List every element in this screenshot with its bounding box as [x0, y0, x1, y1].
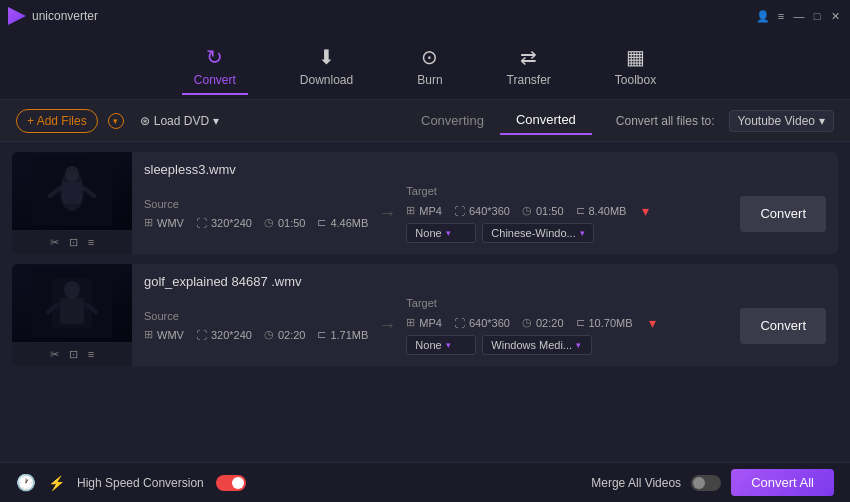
svg-rect-9	[60, 298, 84, 324]
target-size-2: ⊏ 10.70MB	[576, 316, 633, 329]
subtitle-dropdown-1[interactable]: None ▾	[406, 223, 476, 243]
file-thumb-1: ✂ ⊡ ≡	[12, 152, 132, 254]
convert-all-button[interactable]: Convert All	[731, 469, 834, 496]
clock-icon[interactable]: 🕐	[16, 473, 36, 492]
source-resolution-1: ⛶ 320*240	[196, 217, 252, 229]
size-icon-2: ⊏	[317, 328, 326, 341]
target-dropdown-arrow-2[interactable]: ▾	[649, 315, 656, 331]
minimize-button[interactable]: —	[792, 9, 806, 23]
convert-target-select[interactable]: Youtube Video ▾	[729, 110, 834, 132]
convert-target-arrow: ▾	[819, 114, 825, 128]
nav-download[interactable]: ⬇ Download	[288, 39, 365, 93]
convert-button-1[interactable]: Convert	[740, 196, 826, 232]
target-res-icon-1: ⛶	[454, 205, 465, 217]
target-meta-row-2: ⊞ MP4 ⛶ 640*360 ◷ 02:20 ⊏	[406, 315, 732, 331]
audio-arrow-1: ▾	[580, 228, 585, 238]
source-size-2: ⊏ 1.71MB	[317, 328, 368, 341]
app-logo	[8, 7, 26, 25]
format-icon-1: ⊞	[144, 216, 153, 229]
download-nav-icon: ⬇	[318, 45, 335, 69]
speed-label: High Speed Conversion	[77, 476, 204, 490]
add-files-dropdown[interactable]: ▾	[108, 113, 124, 129]
source-target-wrapper-1: Source ⊞ WMV ⛶ 320*240 ◷ 01:50	[144, 183, 826, 244]
convert-nav-label: Convert	[194, 73, 236, 87]
crop-icon-1[interactable]: ⊡	[69, 236, 78, 249]
maximize-button[interactable]: □	[810, 9, 824, 23]
nav-convert[interactable]: ↻ Convert	[182, 39, 248, 93]
thumb-controls-2: ✂ ⊡ ≡	[12, 342, 132, 366]
burn-nav-label: Burn	[417, 73, 442, 87]
target-format-icon-2: ⊞	[406, 316, 415, 329]
file-thumb-2: ✂ ⊡ ≡	[12, 264, 132, 366]
add-files-button[interactable]: + Add Files	[16, 109, 98, 133]
transfer-nav-icon: ⇄	[520, 45, 537, 69]
file-info-1: sleepless3.wmv Source ⊞ WMV ⛶ 320*240	[132, 152, 838, 254]
format-icon-2: ⊞	[144, 328, 153, 341]
effects-icon-2[interactable]: ≡	[88, 348, 94, 360]
nav-toolbox[interactable]: ▦ Toolbox	[603, 39, 668, 93]
user-icon-button[interactable]: 👤	[756, 9, 770, 23]
close-button[interactable]: ✕	[828, 9, 842, 23]
source-resolution-2: ⛶ 320*240	[196, 329, 252, 341]
convert-button-2[interactable]: Convert	[740, 308, 826, 344]
target-size-icon-2: ⊏	[576, 316, 585, 329]
duration-icon-2: ◷	[264, 328, 274, 341]
bottom-right: Merge All Videos Convert All	[591, 469, 834, 496]
crop-icon-2[interactable]: ⊡	[69, 348, 78, 361]
effects-icon-1[interactable]: ≡	[88, 236, 94, 248]
target-resolution-1: ⛶ 640*360	[454, 205, 510, 217]
load-dvd-button[interactable]: ⊛ Load DVD ▾	[132, 110, 227, 132]
menu-icon-button[interactable]: ≡	[774, 9, 788, 23]
nav-transfer[interactable]: ⇄ Transfer	[495, 39, 563, 93]
speed-toggle[interactable]	[216, 475, 246, 491]
source-target-wrapper-2: Source ⊞ WMV ⛶ 320*240 ◷ 02:20	[144, 295, 826, 356]
convert-target-value: Youtube Video	[738, 114, 815, 128]
toolbar: + Add Files ▾ ⊛ Load DVD ▾ Converting Co…	[0, 100, 850, 142]
audio-dropdown-2[interactable]: Windows Medi... ▾	[482, 335, 592, 355]
burn-nav-icon: ⊙	[421, 45, 438, 69]
cut-icon-2[interactable]: ✂	[50, 348, 59, 361]
title-bar-left: uniconverter	[8, 7, 98, 25]
size-icon-1: ⊏	[317, 216, 326, 229]
target-size-icon-1: ⊏	[576, 204, 585, 217]
target-duration-2: ◷ 02:20	[522, 316, 564, 329]
target-extra-1: None ▾ Chinese-Windo... ▾	[406, 223, 732, 243]
app-name: uniconverter	[32, 9, 98, 23]
target-block-2: Target ⊞ MP4 ⛶ 640*360 ◷ 02:20	[406, 297, 732, 355]
content-area: ✂ ⊡ ≡ sleepless3.wmv Source ⊞ WMV ⛶	[0, 142, 850, 462]
cut-icon-1[interactable]: ✂	[50, 236, 59, 249]
title-bar: uniconverter 👤 ≡ — □ ✕	[0, 0, 850, 32]
merge-label: Merge All Videos	[591, 476, 681, 490]
subtitle-arrow-1: ▾	[446, 228, 451, 238]
target-dur-icon-2: ◷	[522, 316, 532, 329]
thumb-controls-1: ✂ ⊡ ≡	[12, 230, 132, 254]
file-card-1: ✂ ⊡ ≡ sleepless3.wmv Source ⊞ WMV ⛶	[12, 152, 838, 254]
download-nav-label: Download	[300, 73, 353, 87]
toolbox-nav-icon: ▦	[626, 45, 645, 69]
load-dvd-arrow: ▾	[213, 114, 219, 128]
svg-rect-3	[62, 182, 82, 204]
audio-arrow-2: ▾	[576, 340, 581, 350]
title-bar-right: 👤 ≡ — □ ✕	[756, 9, 842, 23]
target-dropdown-arrow-1[interactable]: ▾	[642, 203, 649, 219]
target-block-1: Target ⊞ MP4 ⛶ 640*360 ◷ 01:50	[406, 185, 732, 243]
source-label-1: Source	[144, 198, 368, 210]
source-size-1: ⊏ 4.46MB	[317, 216, 368, 229]
tab-converted[interactable]: Converted	[500, 106, 592, 135]
tab-group: Converting Converted	[405, 106, 592, 135]
audio-dropdown-1[interactable]: Chinese-Windo... ▾	[482, 223, 593, 243]
convert-all-label: Convert all files to:	[616, 114, 715, 128]
speed-icon: ⚡	[48, 475, 65, 491]
subtitle-dropdown-2[interactable]: None ▾	[406, 335, 476, 355]
merge-toggle[interactable]	[691, 475, 721, 491]
convert-nav-icon: ↻	[206, 45, 223, 69]
file-info-2: golf_explained 84687 .wmv Source ⊞ WMV ⛶…	[132, 264, 838, 366]
source-format-2: ⊞ WMV	[144, 328, 184, 341]
tab-converting[interactable]: Converting	[405, 107, 500, 134]
resolution-icon-2: ⛶	[196, 329, 207, 341]
target-size-1: ⊏ 8.40MB	[576, 204, 627, 217]
source-duration-2: ◷ 02:20	[264, 328, 306, 341]
file-card-2: ✂ ⊡ ≡ golf_explained 84687 .wmv Source ⊞…	[12, 264, 838, 366]
nav-burn[interactable]: ⊙ Burn	[405, 39, 454, 93]
resolution-icon-1: ⛶	[196, 217, 207, 229]
